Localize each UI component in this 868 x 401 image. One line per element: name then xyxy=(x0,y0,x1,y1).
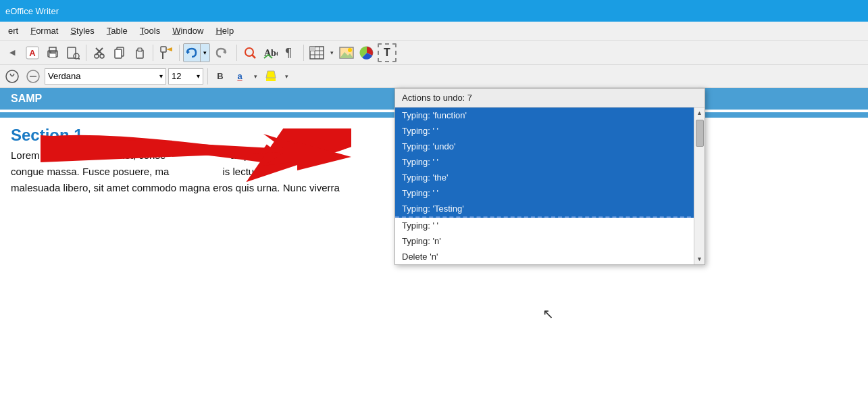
pdf-icon[interactable]: A xyxy=(23,43,42,62)
scroll-thumb[interactable] xyxy=(696,120,704,147)
print-button[interactable] xyxy=(43,43,62,62)
svg-rect-17 xyxy=(161,47,166,52)
undo-dropdown-arrow[interactable]: ▾ xyxy=(200,43,209,62)
undo-item-5[interactable]: Typing: 'the' xyxy=(395,170,705,185)
red-arrow xyxy=(41,128,351,183)
menu-bar: ert Format Styles Table Tools Window Hel… xyxy=(0,22,868,41)
undo-item-2[interactable]: Typing: ' ' xyxy=(395,123,705,139)
separator5 xyxy=(303,45,304,61)
insert-chart-button[interactable] xyxy=(357,43,376,62)
insert-image-button[interactable] xyxy=(337,43,356,62)
insert-table-button[interactable] xyxy=(307,43,326,62)
menu-format[interactable]: Format xyxy=(25,24,63,37)
separator6 xyxy=(207,68,208,85)
title-text: eOffice Writer xyxy=(5,6,59,16)
spellcheck-button[interactable]: Abc xyxy=(261,43,280,62)
scroll-up-arrow[interactable]: ▲ xyxy=(695,108,705,118)
undo-item-7[interactable]: Typing: 'Testing' xyxy=(395,201,705,218)
find-button[interactable] xyxy=(240,43,259,62)
undo-main[interactable] xyxy=(184,43,200,62)
undo-item-1[interactable]: Typing: 'function' xyxy=(395,108,705,123)
svg-line-23 xyxy=(252,55,255,58)
svg-rect-31 xyxy=(310,47,315,51)
scroll-down-arrow[interactable]: ▼ xyxy=(695,254,705,264)
svg-marker-19 xyxy=(166,47,172,51)
undo-button[interactable]: ▾ xyxy=(183,43,210,62)
menu-tools[interactable]: Tools xyxy=(134,24,165,37)
undo-dropdown-panel: Actions to undo: 7 Typing: 'function' Ty… xyxy=(394,88,705,265)
svg-rect-3 xyxy=(49,47,56,52)
svg-rect-16 xyxy=(138,48,142,51)
header-text: SAMP xyxy=(11,93,42,105)
text-color-arrow[interactable]: ▾ xyxy=(251,67,259,86)
undo-count-label: Actions to undo: 7 xyxy=(402,93,472,103)
table-dropdown-arrow[interactable]: ▾ xyxy=(328,43,336,62)
svg-point-34 xyxy=(348,48,352,52)
undo-dropdown-header: Actions to undo: 7 xyxy=(395,89,705,108)
svg-text:A: A xyxy=(29,48,36,58)
highlight-arrow[interactable]: ▾ xyxy=(282,67,290,86)
highlight-button[interactable] xyxy=(261,67,280,86)
text-color-button[interactable]: a xyxy=(230,67,249,86)
svg-text:¶: ¶ xyxy=(285,46,292,60)
toolbar2: Verdana ▾ 12 ▾ B a ▾ ▾ xyxy=(0,65,868,88)
text-box-button[interactable]: T xyxy=(378,43,397,62)
menu-table[interactable]: Table xyxy=(101,24,133,37)
menu-window[interactable]: Window xyxy=(167,24,209,37)
svg-marker-40 xyxy=(266,71,276,78)
separator1 xyxy=(86,45,86,61)
undo-item-6[interactable]: Typing: ' ' xyxy=(395,185,705,201)
font-dropdown-arrow[interactable]: ▾ xyxy=(159,72,163,80)
preview-button[interactable] xyxy=(63,43,82,62)
svg-rect-39 xyxy=(266,78,276,81)
svg-rect-6 xyxy=(68,47,76,58)
paragraph-button[interactable]: ¶ xyxy=(281,43,300,62)
undo-item-10[interactable]: Delete 'n' xyxy=(395,249,705,264)
undo-item-3[interactable]: Typing: 'undo' xyxy=(395,139,705,154)
font-size: 12 xyxy=(172,71,181,81)
menu-help[interactable]: Help xyxy=(210,24,239,37)
body-text-line3: malesuada libero, sit amet commodo magna… xyxy=(11,182,340,193)
font-name: Verdana xyxy=(48,71,80,81)
undo-item-8[interactable]: Typing: ' ' xyxy=(395,218,705,233)
small-arrow-button[interactable]: ◀ xyxy=(3,43,22,62)
copy-button[interactable] xyxy=(110,43,129,62)
toolbar1: ◀ A xyxy=(0,41,868,65)
svg-rect-5 xyxy=(49,51,51,53)
mouse-cursor: ↖ xyxy=(542,306,554,322)
svg-marker-43 xyxy=(297,142,351,170)
format-paint-button[interactable] xyxy=(157,43,176,62)
svg-point-7 xyxy=(74,53,79,59)
separator4 xyxy=(236,45,237,61)
separator2 xyxy=(153,45,153,61)
size-dropdown-arrow[interactable]: ▾ xyxy=(197,72,200,80)
paste-button[interactable] xyxy=(130,43,149,62)
redo-button[interactable] xyxy=(211,43,230,62)
undo-list: Typing: 'function' Typing: ' ' Typing: '… xyxy=(395,108,705,264)
svg-rect-4 xyxy=(49,53,56,57)
svg-line-8 xyxy=(78,58,80,60)
bold-button[interactable]: B xyxy=(212,67,228,86)
cut-button[interactable] xyxy=(90,43,109,62)
font-size-select[interactable]: 12 ▾ xyxy=(168,68,203,85)
undo-item-9[interactable]: Typing: 'n' xyxy=(395,233,705,249)
style-icon2[interactable] xyxy=(24,67,43,86)
svg-rect-14 xyxy=(115,49,122,58)
svg-marker-42 xyxy=(41,134,338,166)
menu-styles[interactable]: Styles xyxy=(65,24,99,37)
undo-scrollbar[interactable]: ▲ ▼ xyxy=(694,108,705,264)
title-bar: eOffice Writer xyxy=(0,0,868,22)
menu-insert[interactable]: ert xyxy=(3,24,24,37)
separator3 xyxy=(179,45,180,61)
undo-item-4[interactable]: Typing: ' ' xyxy=(395,154,705,170)
style-icon1[interactable] xyxy=(3,67,22,86)
font-select[interactable]: Verdana ▾ xyxy=(45,68,166,85)
